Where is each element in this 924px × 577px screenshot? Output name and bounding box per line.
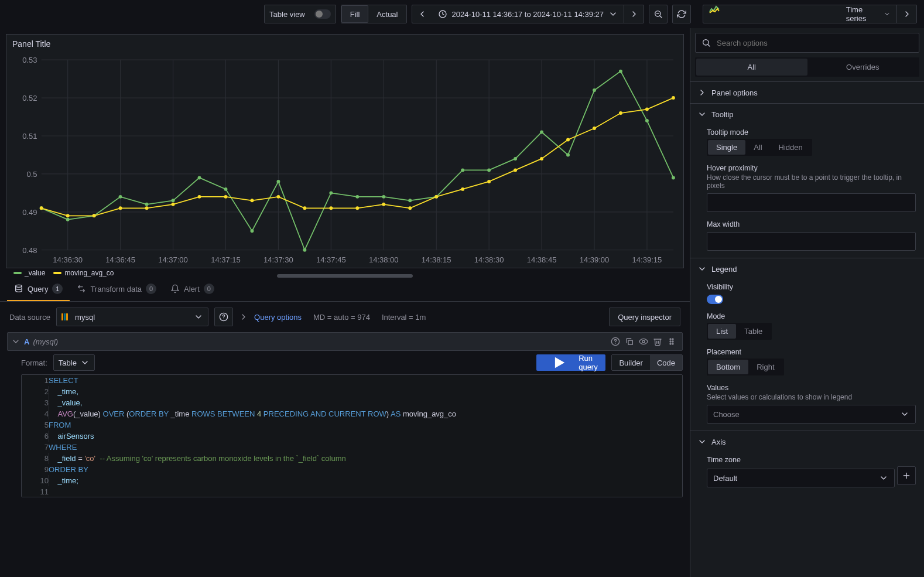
chart-area[interactable]: 0.480.490.50.510.520.5314:36:3014:36:451… bbox=[12, 56, 677, 265]
viz-next-button[interactable] bbox=[896, 5, 916, 23]
datasource-row: Data source mysql Query options MD = aut… bbox=[0, 302, 690, 332]
options-search-input[interactable] bbox=[716, 38, 913, 48]
tooltip-mode-segment: Single All Hidden bbox=[707, 139, 812, 156]
options-panel: All Overrides Panel options Tooltip Tool… bbox=[690, 28, 924, 577]
query-options-link[interactable]: Query options bbox=[254, 313, 302, 322]
svg-point-68 bbox=[119, 206, 122, 210]
chevron-down-icon[interactable] bbox=[11, 337, 20, 346]
chevron-down-icon bbox=[697, 437, 707, 446]
time-prev-button[interactable] bbox=[412, 5, 432, 23]
label-max-width: Max width bbox=[707, 220, 916, 228]
legend-placement-right[interactable]: Right bbox=[748, 360, 782, 374]
viz-type-picker[interactable]: Time series bbox=[703, 5, 917, 23]
fill-button[interactable]: Fill bbox=[341, 5, 369, 23]
options-search[interactable] bbox=[695, 33, 919, 53]
legend-placement-bottom[interactable]: Bottom bbox=[708, 360, 748, 374]
svg-point-66 bbox=[66, 214, 70, 217]
panel-resize-scrollbar[interactable] bbox=[6, 274, 684, 278]
svg-point-52 bbox=[355, 195, 359, 199]
actual-button[interactable]: Actual bbox=[368, 5, 406, 23]
svg-point-57 bbox=[487, 168, 491, 172]
builder-mode-button[interactable]: Builder bbox=[612, 355, 649, 370]
svg-point-76 bbox=[329, 206, 333, 210]
timeseries-icon bbox=[709, 5, 841, 23]
svg-point-49 bbox=[276, 180, 280, 183]
table-view-label: Table view bbox=[265, 10, 310, 19]
svg-text:0.51: 0.51 bbox=[22, 132, 37, 141]
options-tab-overrides[interactable]: Overrides bbox=[807, 59, 919, 76]
hover-proximity-input[interactable] bbox=[707, 193, 916, 212]
svg-marker-103 bbox=[555, 357, 564, 368]
sql-editor[interactable]: 1SELECT 2 _time, 3 _value, 4 AVG(_value)… bbox=[21, 374, 683, 497]
svg-rect-95 bbox=[628, 340, 632, 344]
alert-count-badge: 0 bbox=[204, 284, 214, 294]
tooltip-mode-single[interactable]: Single bbox=[708, 140, 745, 155]
svg-point-58 bbox=[514, 157, 517, 161]
tooltip-mode-all[interactable]: All bbox=[745, 140, 770, 155]
visualization-panel: Panel Title 0.480.490.50.510.520.5314:36… bbox=[6, 34, 684, 268]
drag-handle[interactable] bbox=[665, 334, 679, 349]
table-view-switch[interactable] bbox=[314, 9, 331, 19]
search-icon bbox=[701, 38, 711, 47]
datasource-help-button[interactable] bbox=[214, 308, 233, 326]
svg-point-84 bbox=[540, 157, 543, 161]
visibility-switch[interactable] bbox=[707, 295, 723, 304]
desc-hover-proximity: How close the cursor must be to a point … bbox=[707, 173, 916, 190]
datasource-select[interactable]: mysql bbox=[56, 308, 208, 326]
svg-text:0.5: 0.5 bbox=[27, 170, 37, 179]
label-placement: Placement bbox=[707, 348, 916, 356]
viz-type-label: Time series bbox=[846, 5, 875, 23]
timezone-select[interactable]: Default bbox=[707, 469, 895, 487]
svg-point-88 bbox=[645, 108, 649, 111]
svg-point-60 bbox=[566, 153, 570, 156]
svg-point-79 bbox=[408, 206, 412, 210]
duplicate-query-button[interactable] bbox=[622, 334, 636, 349]
interval-info: Interval = 1m bbox=[382, 313, 426, 322]
time-range-picker[interactable]: 2024-10-11 14:36:17 to 2024-10-11 14:39:… bbox=[432, 5, 624, 23]
code-mode-button[interactable]: Code bbox=[650, 355, 682, 370]
mysql-icon bbox=[61, 313, 68, 320]
timezone-add-button[interactable] bbox=[897, 466, 916, 485]
run-query-button[interactable]: Run query bbox=[536, 354, 605, 371]
section-legend[interactable]: Legend bbox=[690, 258, 924, 279]
format-select[interactable]: Table bbox=[53, 354, 95, 371]
max-width-input[interactable] bbox=[707, 232, 916, 251]
svg-point-73 bbox=[250, 199, 254, 202]
tooltip-mode-hidden[interactable]: Hidden bbox=[771, 140, 811, 155]
legend-mode-list[interactable]: List bbox=[708, 324, 736, 339]
svg-point-78 bbox=[382, 203, 385, 206]
svg-point-54 bbox=[408, 199, 412, 202]
query-ref-id[interactable]: A bbox=[24, 337, 29, 346]
svg-point-90 bbox=[16, 285, 22, 287]
svg-point-48 bbox=[250, 229, 254, 233]
zoom-out-button[interactable] bbox=[649, 5, 668, 23]
play-icon bbox=[543, 354, 575, 371]
svg-text:0.53: 0.53 bbox=[22, 56, 37, 64]
bell-icon bbox=[170, 284, 180, 293]
chevron-right-icon[interactable] bbox=[239, 312, 248, 322]
query-inspector-button[interactable]: Query inspector bbox=[609, 308, 680, 326]
section-tooltip[interactable]: Tooltip bbox=[690, 104, 924, 125]
delete-query-button[interactable] bbox=[651, 334, 665, 349]
refresh-button[interactable] bbox=[672, 5, 691, 23]
label-visibility: Visibility bbox=[707, 283, 916, 291]
svg-text:14:36:45: 14:36:45 bbox=[105, 255, 135, 264]
chevron-down-icon bbox=[900, 409, 909, 419]
query-help-button[interactable] bbox=[608, 334, 622, 349]
svg-point-89 bbox=[672, 96, 675, 100]
legend-mode-table[interactable]: Table bbox=[736, 324, 771, 339]
options-tab-all[interactable]: All bbox=[696, 59, 807, 76]
database-icon bbox=[14, 284, 23, 293]
chevron-right-icon bbox=[697, 88, 707, 97]
time-range-label: 2024-10-11 14:36:17 to 2024-10-11 14:39:… bbox=[452, 10, 604, 19]
toggle-visibility-button[interactable] bbox=[636, 334, 651, 349]
svg-point-56 bbox=[461, 168, 464, 172]
section-panel-options[interactable]: Panel options bbox=[690, 82, 924, 103]
legend-values-select[interactable]: Choose bbox=[707, 405, 916, 424]
svg-point-64 bbox=[672, 176, 675, 179]
section-axis[interactable]: Axis bbox=[690, 431, 924, 452]
table-view-toggle[interactable]: Table view bbox=[264, 5, 336, 23]
options-tabs: All Overrides bbox=[695, 57, 919, 77]
chevron-down-icon bbox=[80, 358, 90, 367]
time-next-button[interactable] bbox=[624, 5, 644, 23]
